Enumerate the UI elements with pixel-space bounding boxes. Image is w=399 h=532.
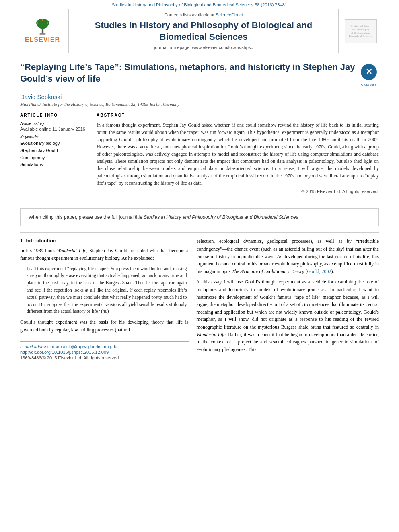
journal-ref-top: Studies in History and Philosophy of Bio… — [0, 0, 399, 9]
body-content: 1. Introduction In his 1989 book Wonderf… — [0, 238, 399, 360]
svg-text:✕: ✕ — [366, 67, 372, 76]
article-title: “Replaying Life’s Tape”: Simulations, me… — [20, 62, 359, 84]
journal-header-center: Contents lists available at ScienceDirec… — [69, 9, 338, 53]
keyword-2: Stephen Jay Gould — [20, 147, 88, 154]
homepage-url: www.elsevier.com/locate/shpsc — [192, 45, 253, 50]
journal-title: Studies in History and Philosophy of Bio… — [75, 20, 332, 43]
body-right-para-1: selection, ecological dynamics, geologic… — [197, 238, 379, 275]
article-info-panel: ARTICLE INFO Article history: Available … — [20, 113, 88, 194]
contents-text: Contents lists available at — [164, 12, 214, 17]
cite-journal-title: Studies in History and Philosophy of Bio… — [144, 214, 298, 220]
email-footnote: E-mail address: dsepkoski@mpiwg-berlin.m… — [20, 344, 189, 349]
abstract-text: In a famous thought experiment, Stephen … — [97, 121, 379, 187]
keyword-4: Simulations — [20, 161, 88, 168]
article-info-title: ARTICLE INFO — [20, 113, 88, 119]
elsevier-label: ELSEVIER — [25, 36, 60, 43]
affiliation: Max Planck Institute for the History of … — [20, 102, 379, 107]
crossmark-icon: ✕ — [360, 64, 377, 80]
citation-box: When citing this paper, please use the f… — [20, 208, 379, 226]
email-label: E-mail address: — [20, 344, 51, 349]
history-value: Available online 11 January 2016 — [20, 127, 88, 131]
section-divider — [20, 232, 379, 233]
intro-heading: 1. Introduction — [20, 238, 189, 244]
journal-homepage: journal homepage: www.elsevier.com/locat… — [75, 45, 332, 50]
svg-rect-0 — [39, 33, 45, 35]
blockquote-replay: I call this experiment “replaying life’s… — [27, 265, 189, 316]
body-para-1: In his 1989 book Wonderful Life, Stephen… — [20, 247, 189, 262]
svg-rect-1 — [41, 28, 43, 33]
author-name: David Sepkoski — [20, 93, 379, 100]
keywords-label: Keywords: — [20, 135, 88, 139]
elsevier-tree-icon — [31, 19, 55, 35]
doi-text: http://dx.doi.org/10.1016/j.shpsc.2015.1… — [20, 350, 189, 355]
body-para-2: Gould’s thought experiment was the basis… — [20, 318, 189, 333]
info-abstract-section: ARTICLE INFO Article history: Available … — [20, 113, 379, 194]
journal-thumbnail-image: Studies in Historyand Philosophyof Biolo… — [345, 19, 377, 43]
body-right-column: selection, ecological dynamics, geologic… — [197, 238, 379, 360]
sciencedirect-link[interactable]: ScienceDirect — [216, 12, 243, 17]
footnote-area: E-mail address: dsepkoski@mpiwg-berlin.m… — [20, 341, 189, 360]
issn-text: 1369-8486/© 2015 Elsevier Ltd. All right… — [20, 355, 189, 360]
main-content: “Replaying Life’s Tape”: Simulations, me… — [0, 53, 399, 208]
body-right-para-2: In this essay I will use Gould’s thought… — [197, 278, 379, 353]
abstract-title: ABSTRACT — [97, 113, 379, 119]
keyword-1: Evolutionary biology — [20, 140, 88, 147]
journal-ref-text: Studies in History and Philosophy of Bio… — [112, 2, 287, 7]
keyword-3: Contingency — [20, 154, 88, 162]
history-label: Article history: — [20, 121, 88, 126]
header-thumbnail: Studies in Historyand Philosophyof Biolo… — [338, 9, 383, 53]
svg-point-3 — [37, 21, 47, 28]
contents-available: Contents lists available at ScienceDirec… — [75, 12, 332, 17]
email-link[interactable]: dsepkoski@mpiwg-berlin.mpg.de. — [52, 344, 118, 349]
gould-2002-ref[interactable]: Gould, 2002 — [307, 269, 331, 274]
journal-header: ELSEVIER Contents lists available at Sci… — [16, 9, 383, 53]
elsevier-logo-area: ELSEVIER — [16, 9, 69, 53]
body-left-column: 1. Introduction In his 1989 book Wonderf… — [20, 238, 189, 360]
keywords-list: Evolutionary biology Stephen Jay Gould C… — [20, 140, 88, 168]
crossmark-label: CrossMark — [359, 83, 379, 86]
copyright-notice: © 2015 Elsevier Ltd. All rights reserved… — [97, 189, 379, 194]
cite-text-before: When citing this paper, please use the f… — [29, 214, 142, 220]
abstract-panel: ABSTRACT In a famous thought experiment,… — [97, 113, 379, 194]
